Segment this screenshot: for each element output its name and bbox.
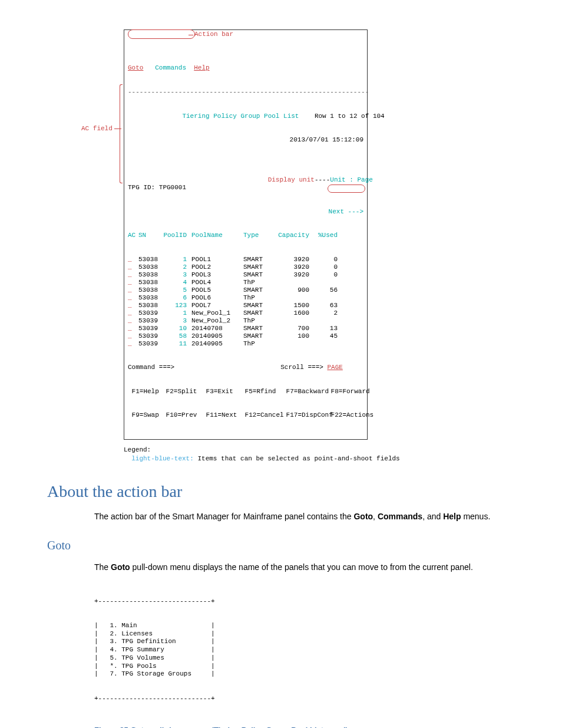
hdr-ac: AC (128, 232, 138, 240)
menu-goto[interactable]: Goto (128, 64, 143, 71)
table-row: _530382POOL2SMART39200 (128, 263, 363, 271)
f8-forward[interactable]: F8=Forward (331, 388, 370, 396)
ac-field-cell[interactable]: _ (128, 340, 138, 348)
legend-item: light-blue-text: (131, 455, 194, 462)
legend: Legend: light-blue-text: Items that can … (124, 446, 497, 463)
scroll-value[interactable]: PAGE (327, 364, 342, 371)
ac-field-cell[interactable]: _ (128, 256, 138, 264)
f10-prev[interactable]: F10=Prev (166, 411, 206, 420)
table-row: _530381POOL1SMART39200 (128, 256, 363, 263)
table-row: _530393New_Pool_2ThP (128, 317, 363, 325)
para-goto: The Goto pull-down menu displays the nam… (94, 562, 491, 573)
hdr-sn: SN (138, 232, 163, 240)
ac-field-cell[interactable]: _ (128, 332, 138, 341)
legend-desc: Items that can be selected as point-and-… (194, 455, 400, 462)
ac-field-cell[interactable]: _ (128, 294, 138, 302)
f5-rfind[interactable]: F5=Rfind (245, 388, 286, 396)
terminal-panel: Action bar Goto Commands Help ----------… (124, 29, 368, 440)
f9-swap[interactable]: F9=Swap (132, 411, 166, 420)
ac-field-cell[interactable]: _ (128, 263, 138, 272)
goto-menu-item[interactable]: | 4. TPG Summary | (94, 646, 497, 654)
next-link[interactable]: Next ---> (329, 208, 363, 215)
goto-menu-item[interactable]: | 7. TPG Storage Groups | (94, 670, 497, 678)
menu-help[interactable]: Help (194, 64, 209, 71)
menu-commands[interactable]: Commands (155, 64, 186, 71)
table-row: _530391020140708SMART70013 (128, 325, 363, 332)
table-row: _53038123POOL7SMART150063 (128, 302, 363, 309)
table-body: _530381POOL1SMART39200_530382POOL2SMART3… (128, 256, 363, 348)
f7-backward[interactable]: F7=Backward (286, 388, 331, 396)
terminal-panel-figure: AC field Action bar Goto Commands Help -… (124, 29, 497, 440)
table-row: _530383POOL3SMART39200 (128, 271, 363, 279)
goto-menu-item[interactable]: | 3. TPG Definition | (94, 638, 497, 646)
hdr-used: %Used (309, 232, 338, 240)
figure-25-caption: Figure 25 Goto pull-down menu (Tiering P… (94, 725, 497, 728)
legend-title: Legend: (124, 446, 151, 453)
ac-field-cell[interactable]: _ (128, 271, 138, 279)
panel-title: Tiering Policy Group Pool List (182, 113, 299, 120)
goto-menu-item[interactable]: | 1. Main | (94, 622, 497, 630)
unit-highlight-oval (328, 185, 365, 193)
display-unit-value[interactable]: Unit : Page (330, 176, 373, 183)
para-about: The action bar of the Smart Manager for … (94, 511, 491, 522)
hdr-capacity: Capacity (276, 232, 309, 240)
callout-ac-field: AC field (81, 124, 113, 133)
ac-field-cell[interactable]: _ (128, 286, 138, 295)
f11-next[interactable]: F11=Next (206, 411, 245, 420)
ac-field-cell[interactable]: _ (128, 279, 138, 287)
goto-border-bottom: +-----------------------------+ (94, 695, 497, 703)
goto-menu-item[interactable]: | 2. Licenses | (94, 630, 497, 638)
f2-split[interactable]: F2=Split (166, 388, 206, 396)
row-counter: Row 1 to 12 of 104 (315, 113, 385, 120)
f12-cancel[interactable]: F12=Cancel (245, 411, 286, 420)
goto-menu-item[interactable]: | *. TPG Pools | (94, 663, 497, 671)
f22-actions[interactable]: F22=Actions (331, 411, 374, 420)
table-row: _530385POOL5SMART90056 (128, 286, 363, 294)
ac-field-cell[interactable]: _ (128, 325, 138, 333)
heading-goto: Goto (47, 538, 497, 554)
f3-exit[interactable]: F3=Exit (206, 388, 245, 396)
ac-field-cell[interactable]: _ (128, 302, 138, 310)
panel-datetime: 2013/07/01 15:12:09 (290, 136, 363, 143)
hdr-type: Type (243, 232, 276, 240)
actionbar-highlight-oval (128, 29, 195, 39)
goto-border-top: +-----------------------------+ (94, 598, 497, 606)
f17-dispconf[interactable]: F17=DispConf (286, 411, 331, 420)
table-row: _530395820140905SMART10045 (128, 332, 363, 340)
ac-field-cell[interactable]: _ (128, 317, 138, 325)
f1-help[interactable]: F1=Help (132, 388, 166, 396)
goto-menu-item[interactable]: | 5. TPG Volumes | (94, 654, 497, 663)
scroll-label: Scroll ===> (280, 364, 323, 371)
goto-menu-box: +-----------------------------+ | 1. Mai… (94, 581, 497, 719)
table-row: _530391120140905ThP (128, 340, 363, 348)
display-unit-label: Display unit (268, 176, 315, 183)
table-row: _530386POOL6ThP (128, 294, 363, 302)
ac-field-bracket (120, 84, 123, 183)
heading-about-action-bar: About the action bar (47, 480, 497, 503)
table-row: _530384POOL4ThP (128, 279, 363, 286)
command-prompt[interactable]: Command ===> (128, 364, 174, 371)
ac-field-cell[interactable]: _ (128, 309, 138, 318)
callout-action-bar: Action bar (194, 31, 233, 39)
hdr-poolid: PoolID (163, 232, 187, 240)
table-row: _530391New_Pool_1SMART16002 (128, 309, 363, 317)
hdr-poolname: PoolName (187, 232, 243, 240)
